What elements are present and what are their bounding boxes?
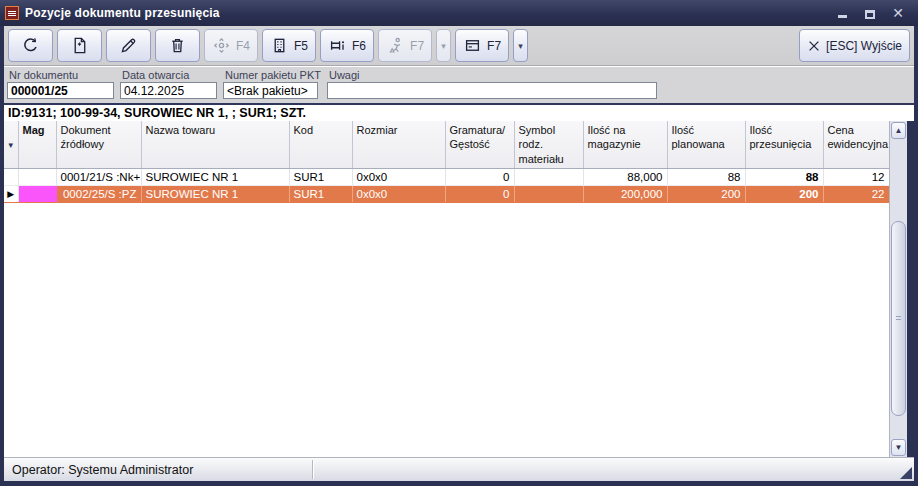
edit-pencil-icon xyxy=(119,36,138,55)
symbol-cell[interactable] xyxy=(514,185,583,202)
data-otwarcia-input[interactable] xyxy=(120,82,217,99)
scrollbar-grip-icon xyxy=(896,316,901,322)
column-header-rozmiar[interactable]: Rozmiar xyxy=(352,121,445,168)
numer-pakietu-label: Numer pakietu PKT xyxy=(223,69,321,82)
rozmiar-cell[interactable]: 0x0x0 xyxy=(352,185,445,202)
current-row-indicator: ▶ xyxy=(4,185,18,202)
arrow-up-icon: ▲ xyxy=(895,126,903,135)
ilosc-magazyn-cell[interactable]: 88,000 xyxy=(583,168,667,185)
uwagi-label: Uwagi xyxy=(327,69,657,82)
row-indicator-cell xyxy=(4,168,18,185)
data-otwarcia-label: Data otwarcia xyxy=(120,69,217,82)
minimize-button[interactable] xyxy=(834,6,850,20)
app-logo-icon xyxy=(5,6,19,20)
sort-down-icon: ▼ xyxy=(7,141,15,150)
f7-worker-label: F7 xyxy=(410,39,424,53)
new-document-icon xyxy=(70,36,89,55)
dokument-cell[interactable]: 0001/21/S :Nk+ xyxy=(56,168,141,185)
f6-label: F6 xyxy=(352,39,366,53)
worker-dropdown-button[interactable]: ▾ xyxy=(436,29,451,62)
dokument-cell[interactable]: 0002/25/S :PZ xyxy=(56,185,141,202)
building-icon xyxy=(270,36,289,55)
mag-cell[interactable] xyxy=(18,168,56,185)
symbol-cell[interactable] xyxy=(514,168,583,185)
operator-status: Operator: Systemu Administrator xyxy=(4,463,201,477)
ilosc-magazyn-cell[interactable]: 200,000 xyxy=(583,185,667,202)
rozmiar-cell[interactable]: 0x0x0 xyxy=(352,168,445,185)
delete-item-button[interactable] xyxy=(155,29,200,62)
table-row-selected[interactable]: ▶ 0002/25/S :PZ SUROWIEC NR 1 SUR1 0x0x0… xyxy=(4,185,889,202)
nazwa-cell[interactable]: SUROWIEC NR 1 xyxy=(141,168,289,185)
column-header-kod[interactable]: Kod xyxy=(289,121,352,168)
statusbar: Operator: Systemu Administrator xyxy=(4,457,914,481)
table-row[interactable]: 0001/21/S :Nk+ SUROWIEC NR 1 SUR1 0x0x0 … xyxy=(4,168,889,185)
uwagi-input[interactable] xyxy=(327,82,657,99)
nazwa-cell[interactable]: SUROWIEC NR 1 xyxy=(141,185,289,202)
mag-cell[interactable] xyxy=(18,185,56,202)
column-header-cena-ewidencyjna[interactable]: Cena ewidencyjna xyxy=(823,121,889,168)
refresh-icon xyxy=(21,36,40,55)
f5-label: F5 xyxy=(294,39,308,53)
window-title: Pozycje dokumentu przesunięcia xyxy=(25,6,220,20)
titlebar: Pozycje dokumentu przesunięcia ✕ xyxy=(0,0,918,26)
f4-label: F4 xyxy=(236,39,250,53)
ilosc-przesuniecia-cell[interactable]: 200 xyxy=(745,185,823,202)
warehouse-button-f5[interactable]: F5 xyxy=(262,29,316,62)
edit-item-button[interactable] xyxy=(106,29,151,62)
positions-table: ▼ Mag Dokument źródłowy Nazwa towaru Kod… xyxy=(4,121,889,457)
table-header-row: ▼ Mag Dokument źródłowy Nazwa towaru Kod… xyxy=(4,121,889,168)
document-fields-panel: Nr dokumentu Data otwarcia Numer pakietu… xyxy=(4,66,914,103)
maximize-button[interactable] xyxy=(862,6,878,20)
cena-cell[interactable]: 22 xyxy=(823,185,889,202)
gramatura-cell[interactable]: 0 xyxy=(445,185,514,202)
app-window: Pozycje dokumentu przesunięcia ✕ F4 xyxy=(0,0,918,486)
exit-button[interactable]: [ESC] Wyjście xyxy=(799,29,910,62)
exit-label: [ESC] Wyjście xyxy=(826,39,902,53)
chevron-down-icon: ▾ xyxy=(441,41,446,51)
refresh-button[interactable] xyxy=(8,29,53,62)
column-header-mag[interactable]: Mag xyxy=(18,121,56,168)
delete-trash-icon xyxy=(168,36,187,55)
move-crosshair-icon xyxy=(212,36,231,55)
new-item-button[interactable] xyxy=(57,29,102,62)
nr-dokumentu-label: Nr dokumentu xyxy=(7,69,114,82)
chevron-down-icon: ▾ xyxy=(518,41,523,51)
scrollbar-thumb[interactable] xyxy=(891,221,906,416)
box-icon xyxy=(463,36,482,55)
column-header-gramatura[interactable]: Gramatura/ Gęstość xyxy=(445,121,514,168)
ilosc-planowana-cell[interactable]: 88 xyxy=(667,168,745,185)
f7-package-label: F7 xyxy=(487,39,501,53)
worker-button-f7[interactable]: F7 xyxy=(378,29,432,62)
arrow-down-icon: ▼ xyxy=(895,443,903,452)
worker-icon xyxy=(386,36,405,55)
column-header-ilosc-przesuniecia[interactable]: Ilość przesunięcia xyxy=(745,121,823,168)
rack-icon xyxy=(328,36,347,55)
vertical-scrollbar[interactable]: ▲ ▼ xyxy=(889,121,907,457)
move-position-button-f4[interactable]: F4 xyxy=(204,29,258,62)
package-button-f7[interactable]: F7 xyxy=(455,29,509,62)
kod-cell[interactable]: SUR1 xyxy=(289,168,352,185)
kod-cell[interactable]: SUR1 xyxy=(289,185,352,202)
selected-item-info: ID:9131; 100-99-34, SUROWIEC NR 1, ; SUR… xyxy=(4,103,914,121)
gramatura-cell[interactable]: 0 xyxy=(445,168,514,185)
column-header-symbol-rodz[interactable]: Symbol rodz. materiału xyxy=(514,121,583,168)
column-header-ilosc-na-magazynie[interactable]: Ilość na magazynie xyxy=(583,121,667,168)
scroll-up-button[interactable]: ▲ xyxy=(891,122,906,139)
close-x-icon xyxy=(807,39,821,53)
cena-cell[interactable]: 12 xyxy=(823,168,889,185)
sort-indicator-header[interactable]: ▼ xyxy=(4,121,18,168)
scroll-down-button[interactable]: ▼ xyxy=(891,439,906,456)
resize-grip[interactable] xyxy=(900,467,912,479)
column-header-nazwa-towaru[interactable]: Nazwa towaru xyxy=(141,121,289,168)
column-header-ilosc-planowana[interactable]: Ilość planowana xyxy=(667,121,745,168)
ilosc-przesuniecia-cell[interactable]: 88 xyxy=(745,168,823,185)
package-dropdown-button[interactable]: ▾ xyxy=(513,29,528,62)
nr-dokumentu-input[interactable] xyxy=(7,82,114,99)
close-button[interactable]: ✕ xyxy=(890,6,906,20)
numer-pakietu-input[interactable] xyxy=(223,82,318,99)
status-divider xyxy=(312,460,314,479)
ilosc-planowana-cell[interactable]: 200 xyxy=(667,185,745,202)
toolbar: F4 F5 F6 F7 ▾ F7 ▾ xyxy=(4,26,914,66)
column-header-dokument-zrodlowy[interactable]: Dokument źródłowy xyxy=(56,121,141,168)
rack-button-f6[interactable]: F6 xyxy=(320,29,374,62)
